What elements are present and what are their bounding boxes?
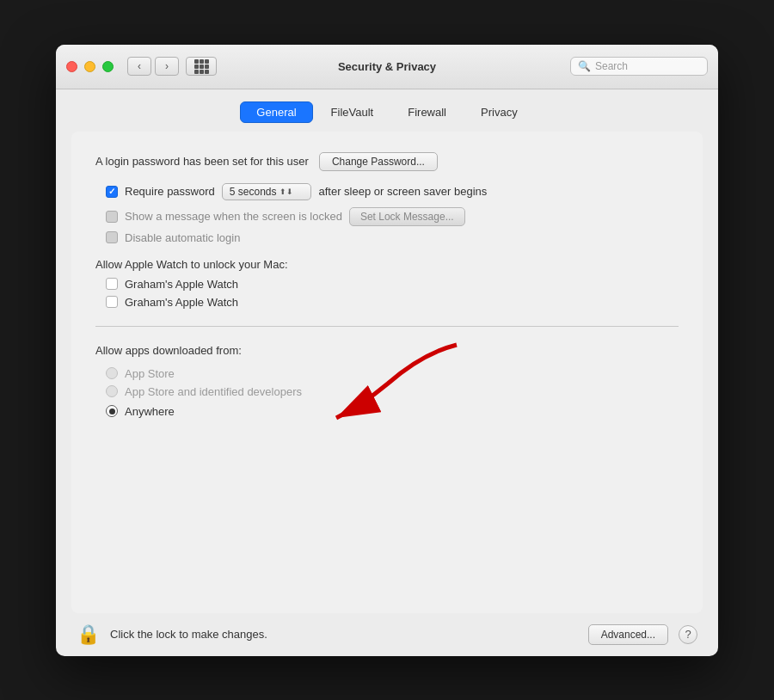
watch1-label: Graham's Apple Watch [125, 278, 238, 291]
dropdown-value: 5 seconds [230, 186, 277, 198]
forward-button[interactable]: › [155, 57, 179, 76]
search-box[interactable]: 🔍 Search [570, 57, 708, 76]
titlebar: ‹ › Security & Privacy 🔍 Search [56, 45, 718, 89]
content-area: A login password has been set for this u… [71, 132, 703, 613]
traffic-lights [66, 61, 114, 72]
appstore-label: App Store [125, 367, 175, 380]
anywhere-label: Anywhere [125, 405, 175, 418]
show-message-label: Show a message when the screen is locked [125, 210, 342, 223]
window-title: Security & Privacy [338, 60, 436, 73]
chevron-down-icon: ⬆⬇ [280, 187, 293, 196]
grid-icon [194, 59, 209, 74]
close-button[interactable] [66, 61, 77, 72]
lock-icon: 🔒 [77, 623, 100, 646]
watch-row-1: Graham's Apple Watch [95, 278, 679, 291]
appstore-identified-label: App Store and identified developers [125, 385, 302, 398]
anywhere-radio[interactable] [106, 405, 118, 417]
change-password-button[interactable]: Change Password... [319, 152, 438, 171]
annotation-arrow [285, 336, 474, 439]
require-password-checkbox[interactable] [106, 186, 118, 198]
search-input[interactable]: Search [595, 60, 628, 72]
show-message-row: Show a message when the screen is locked… [106, 207, 679, 226]
footer: 🔒 Click the lock to make changes. Advanc… [56, 613, 718, 656]
search-icon: 🔍 [578, 60, 591, 72]
main-window: ‹ › Security & Privacy 🔍 Search General … [56, 45, 718, 656]
appstore-identified-radio[interactable] [106, 385, 118, 397]
require-password-label: Require password [125, 185, 215, 198]
divider [95, 326, 679, 327]
back-button[interactable]: ‹ [127, 57, 151, 76]
require-password-row: Require password 5 seconds ⬆⬇ after slee… [95, 183, 679, 200]
watch1-checkbox[interactable] [106, 278, 118, 290]
login-password-row: A login password has been set for this u… [95, 152, 679, 171]
minimize-button[interactable] [84, 61, 95, 72]
allow-watch-label: Allow Apple Watch to unlock your Mac: [95, 258, 679, 271]
disable-login-checkbox[interactable] [106, 231, 118, 243]
tab-general[interactable]: General [240, 101, 312, 123]
tabs-bar: General FileVault Firewall Privacy [56, 89, 718, 132]
tab-filevault[interactable]: FileVault [315, 101, 390, 123]
nav-buttons: ‹ › [127, 57, 217, 76]
arrow-container: Anywhere [95, 405, 679, 418]
advanced-button[interactable]: Advanced... [588, 624, 668, 645]
disable-login-row: Disable automatic login [106, 231, 679, 244]
password-timeout-dropdown[interactable]: 5 seconds ⬆⬇ [222, 183, 312, 200]
tab-firewall[interactable]: Firewall [391, 101, 463, 123]
show-message-section: Show a message when the screen is locked… [95, 207, 679, 244]
back-icon: ‹ [138, 60, 141, 72]
disable-login-label: Disable automatic login [125, 231, 240, 244]
footer-text: Click the lock to make changes. [110, 628, 578, 641]
watch-row-2: Graham's Apple Watch [95, 296, 679, 309]
set-lock-message-button[interactable]: Set Lock Message... [349, 207, 465, 226]
after-label: after sleep or screen saver begins [318, 185, 487, 198]
show-message-checkbox[interactable] [106, 211, 118, 223]
forward-icon: › [165, 60, 169, 72]
tab-privacy[interactable]: Privacy [464, 101, 534, 123]
grid-button[interactable] [186, 57, 217, 76]
appstore-radio[interactable] [106, 367, 118, 379]
help-button[interactable]: ? [679, 625, 697, 644]
maximize-button[interactable] [102, 61, 114, 72]
login-password-label: A login password has been set for this u… [95, 155, 309, 168]
watch2-label: Graham's Apple Watch [125, 296, 238, 309]
watch2-checkbox[interactable] [106, 296, 118, 308]
